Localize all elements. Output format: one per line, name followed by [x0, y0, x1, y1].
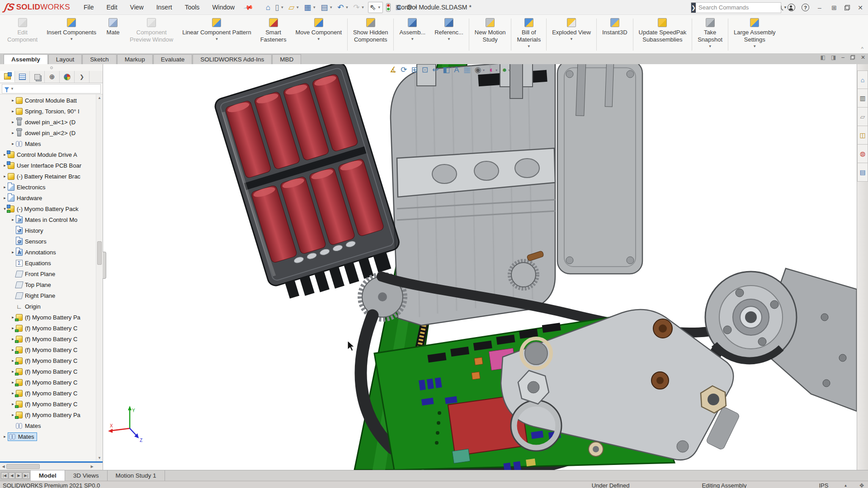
new-motion-study-button[interactable]: New MotionStudy	[470, 16, 510, 53]
dropdown-caret-icon[interactable]: ▼	[377, 5, 381, 9]
redo-button[interactable]: ↷▼	[352, 2, 366, 13]
tree-filter-input[interactable]: ▼	[2, 84, 101, 94]
menu-file[interactable]: File	[78, 1, 99, 13]
large-assembly-settings-button[interactable]: Large AssemblySettings▼	[729, 16, 780, 53]
dropdown-caret-icon[interactable]: ▼	[215, 37, 218, 42]
collapsed-arrow-icon[interactable]: ▸	[10, 120, 16, 124]
tab-motion-study-1[interactable]: Motion Study 1	[108, 470, 165, 481]
update-speedpak-button[interactable]: Update SpeedPakSubassemblies	[634, 16, 691, 53]
hide-show-items-button[interactable]: ◉▼	[473, 65, 487, 75]
restore-button[interactable]	[844, 5, 850, 10]
tab-layout[interactable]: Layout	[48, 54, 82, 64]
document-restore-button[interactable]	[850, 55, 855, 60]
show-hidden-components-button[interactable]: Show HiddenComponents	[349, 16, 392, 53]
panel-expand-chevron[interactable]: ❯	[75, 71, 90, 83]
configurationmanager-tab[interactable]	[30, 71, 45, 83]
scroll-left-arrow[interactable]: ◀	[0, 465, 7, 469]
print-button[interactable]: ▤▼	[319, 2, 334, 13]
dropdown-caret-icon[interactable]: ▼	[410, 37, 414, 42]
tree-item[interactable]: ▸AAnnotations	[0, 247, 96, 258]
first-tab-button[interactable]: |◀	[1, 472, 8, 479]
last-tab-button[interactable]: ▶|	[23, 472, 30, 479]
collapsed-arrow-icon[interactable]: ▸	[10, 131, 16, 135]
document-close-button[interactable]: ✕	[861, 54, 865, 61]
tree-item[interactable]: ▸⊃Mates in Control Mo	[0, 214, 96, 225]
dropdown-caret-icon[interactable]: ▼	[708, 44, 712, 49]
collapsed-arrow-icon[interactable]: ▸	[2, 185, 8, 189]
tab-assembly[interactable]: Assembly	[4, 54, 48, 64]
graphics-viewport[interactable]: ∡⟳⊞⊡↩◧A▦◉▼◐▼●▼	[103, 64, 857, 470]
previous-tab-button[interactable]: ◀	[9, 472, 15, 479]
viewport-model[interactable]: Y X Z	[103, 64, 857, 470]
dropdown-caret-icon[interactable]: ▼	[482, 69, 486, 72]
tab-markup[interactable]: Markup	[117, 54, 153, 64]
tree-item[interactable]: ▸Hardware	[0, 192, 96, 203]
tree-item[interactable]: ▸(f) Myomo Battery C	[0, 388, 96, 399]
measure-button[interactable]: ∡	[388, 65, 398, 75]
display-style-button[interactable]: ▦	[462, 65, 472, 75]
menu-view[interactable]: View	[125, 1, 149, 13]
minimize-button[interactable]: –	[816, 4, 824, 11]
search-icon[interactable]	[781, 5, 782, 9]
collapsed-arrow-icon[interactable]: ▸	[2, 196, 8, 200]
vertical-scroll-thumb[interactable]	[97, 241, 102, 265]
tree-item[interactable]: Front Plane	[0, 268, 96, 279]
previous-view-button[interactable]: ↩	[430, 65, 440, 75]
status-units-caret-icon[interactable]: ▲	[844, 483, 847, 488]
status-tag-icon[interactable]: ❖	[859, 482, 864, 488]
panel-splitter-handle[interactable]	[103, 252, 106, 279]
home-button[interactable]: ⌂	[264, 2, 272, 13]
tree-item[interactable]: ▸(f) Myomo Battery C	[0, 333, 96, 344]
dropdown-caret-icon[interactable]: ▼	[361, 5, 365, 9]
filter-dropdown-icon[interactable]: ▼	[10, 87, 14, 91]
menu-window[interactable]: Window	[207, 1, 240, 13]
mate-button[interactable]: Mate	[101, 16, 125, 53]
dropdown-caret-icon[interactable]: ▼	[296, 5, 299, 9]
bill-of-materials-button[interactable]: Bill ofMaterials▼	[512, 16, 545, 53]
collapsed-arrow-icon[interactable]: ▸	[10, 141, 16, 146]
tab-evaluate[interactable]: Evaluate	[153, 54, 193, 64]
apply-scene-button[interactable]: ●▼	[500, 65, 513, 75]
zoom-to-area-button[interactable]: ⊡	[420, 65, 430, 75]
horizontal-scroll-thumb[interactable]	[6, 464, 40, 469]
linear-component-pattern-button[interactable]: Linear Component Pattern▼	[178, 16, 255, 53]
assembly-features-button[interactable]: Assemb...▼	[395, 16, 430, 53]
tree-item[interactable]: ▸Electronics	[0, 182, 96, 192]
propertymanager-tab[interactable]	[15, 71, 30, 83]
section-view-button[interactable]: ◧	[441, 65, 452, 75]
tree-item[interactable]: ⊙Sensors	[0, 236, 96, 247]
menu-tools[interactable]: Tools	[179, 1, 205, 13]
tree-vertical-scrollbar[interactable]: ▲ ▼	[96, 94, 103, 461]
dropdown-caret-icon[interactable]: ▼	[280, 5, 284, 9]
dropdown-caret-icon[interactable]: ▼	[527, 44, 531, 49]
scroll-down-arrow[interactable]: ▼	[96, 455, 103, 461]
design-library-button[interactable]: ▥	[857, 89, 868, 108]
tree-item[interactable]: ▸Control Module Batt	[0, 95, 96, 106]
undo-button[interactable]: ↶▼	[336, 2, 350, 13]
dropdown-caret-icon[interactable]: ▼	[70, 37, 73, 42]
ribbon-collapse-icon[interactable]: ^	[861, 46, 863, 52]
collapse-left-pane-icon[interactable]: ◧	[821, 54, 826, 61]
featuremanager-tab[interactable]	[0, 71, 15, 83]
dropdown-caret-icon[interactable]: ▼	[570, 37, 573, 42]
tree-item[interactable]: ▸(f) Myomo Battery C	[0, 399, 96, 409]
take-snapshot-button[interactable]: TakeSnapshot▼	[693, 16, 727, 53]
tree-item[interactable]: ▸(f) Myomo Battery Pa	[0, 312, 96, 323]
rebuild-button[interactable]	[385, 2, 392, 13]
dropdown-caret-icon[interactable]: ▼	[312, 5, 316, 9]
tree-item[interactable]: ▸Mates	[0, 138, 96, 149]
displaymanager-tab[interactable]	[60, 71, 75, 83]
tree-item[interactable]: ▸(f) Myomo Battery C	[0, 344, 96, 355]
annotations-visibility-button[interactable]: A	[452, 65, 461, 75]
dropdown-caret-icon[interactable]: ▼	[447, 37, 451, 42]
search-input[interactable]	[696, 4, 781, 11]
dropdown-caret-icon[interactable]: ▼	[317, 37, 321, 42]
tree-item[interactable]: ΣEquations	[0, 258, 96, 268]
smart-fasteners-button[interactable]: SmartFasteners	[256, 16, 291, 53]
move-component-button[interactable]: Move Component▼	[291, 16, 346, 53]
scroll-right-arrow[interactable]: ▶	[89, 465, 95, 469]
dropdown-caret-icon[interactable]: ▼	[508, 69, 511, 72]
tree-item[interactable]: ▸(f) Myomo Battery C	[0, 366, 96, 377]
selected-tree-item[interactable]: Mates	[8, 432, 37, 441]
tree-item[interactable]: ↺History	[0, 225, 96, 236]
